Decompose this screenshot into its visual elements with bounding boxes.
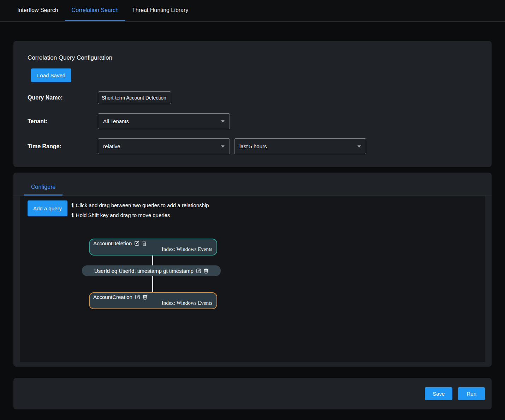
caret-down-icon [221, 145, 225, 148]
trash-icon[interactable] [143, 294, 147, 300]
query-builder-panel: Add a query ℹClick and drag between two … [20, 196, 485, 362]
configure-card: Configure Add a query ℹClick and drag be… [13, 173, 492, 367]
caret-down-icon [357, 145, 361, 148]
query-node-account-creation[interactable]: AccountCreation [89, 292, 217, 309]
time-range-label: Time Range: [28, 143, 98, 150]
tab-interflow-search[interactable]: Interflow Search [11, 0, 65, 21]
time-range-value: last 5 hours [239, 143, 267, 149]
tenant-select[interactable]: All Tenants [98, 113, 230, 129]
query-name-label: Query Name: [28, 95, 98, 101]
tab-label: Configure [31, 184, 55, 190]
edit-icon[interactable] [135, 294, 140, 300]
configure-tab-bar: Configure [13, 173, 492, 196]
hint-move-queries: ℹHold Shift key and drag to move queries [72, 210, 209, 220]
relationship-pill[interactable]: UserId eq UserId, timestamp gt timestamp [82, 265, 221, 276]
top-tab-bar: Interflow Search Correlation Search Thre… [0, 0, 505, 22]
caret-down-icon [221, 120, 225, 122]
node-header: AccountCreation [93, 294, 213, 300]
time-range-row: Time Range: relative last 5 hours [28, 138, 477, 154]
node-title: AccountDeletion [93, 240, 132, 246]
hint-relationship: ℹClick and drag between two queries to a… [72, 200, 209, 210]
hint-text: Click and drag between two queries to ad… [76, 202, 209, 208]
node-title: AccountCreation [93, 294, 132, 300]
correlation-query-configuration-card: Correlation Query Configuration Load Sav… [13, 41, 492, 167]
builder-toolbar: Add a query ℹClick and drag between two … [20, 196, 485, 225]
add-query-button[interactable]: Add a query [28, 200, 67, 216]
time-range-value-select[interactable]: last 5 hours [234, 138, 366, 154]
info-icon: ℹ [72, 203, 74, 208]
tab-label: Correlation Search [72, 7, 119, 13]
edit-icon[interactable] [196, 268, 201, 274]
tab-label: Interflow Search [17, 7, 58, 13]
trash-icon[interactable] [204, 268, 208, 274]
tenant-select-value: All Tenants [103, 118, 129, 124]
edit-icon[interactable] [134, 241, 139, 246]
relationship-label: UserId eq UserId, timestamp gt timestamp [94, 268, 194, 274]
tab-configure[interactable]: Configure [24, 179, 63, 196]
card-title: Correlation Query Configuration [28, 54, 477, 61]
run-button[interactable]: Run [458, 387, 485, 400]
builder-hints: ℹClick and drag between two queries to a… [72, 200, 209, 220]
footer-action-bar: Save Run [13, 378, 492, 409]
main-content: Correlation Query Configuration Load Sav… [0, 41, 505, 409]
tab-threat-hunting-library[interactable]: Threat Hunting Library [125, 0, 195, 21]
query-node-account-deletion[interactable]: AccountDeletion [89, 239, 217, 256]
tenant-label: Tenant: [28, 118, 98, 125]
query-name-row: Query Name: [28, 91, 477, 104]
node-index-label: Index: Windows Events [93, 300, 213, 306]
info-icon: ℹ [72, 212, 74, 218]
node-index-label: Index: Windows Events [93, 246, 213, 252]
save-button[interactable]: Save [425, 387, 452, 400]
time-range-type-select[interactable]: relative [98, 138, 230, 154]
load-saved-button[interactable]: Load Saved [31, 68, 71, 82]
query-graph-canvas[interactable]: AccountDeletion [20, 225, 485, 359]
hint-text: Hold Shift key and drag to move queries [76, 212, 170, 218]
tab-correlation-search[interactable]: Correlation Search [65, 0, 125, 21]
time-range-type-value: relative [103, 143, 120, 149]
tenant-row: Tenant: All Tenants [28, 113, 477, 129]
trash-icon[interactable] [142, 241, 147, 246]
node-header: AccountDeletion [93, 240, 213, 246]
tab-label: Threat Hunting Library [132, 7, 188, 13]
query-name-input[interactable] [98, 91, 171, 104]
